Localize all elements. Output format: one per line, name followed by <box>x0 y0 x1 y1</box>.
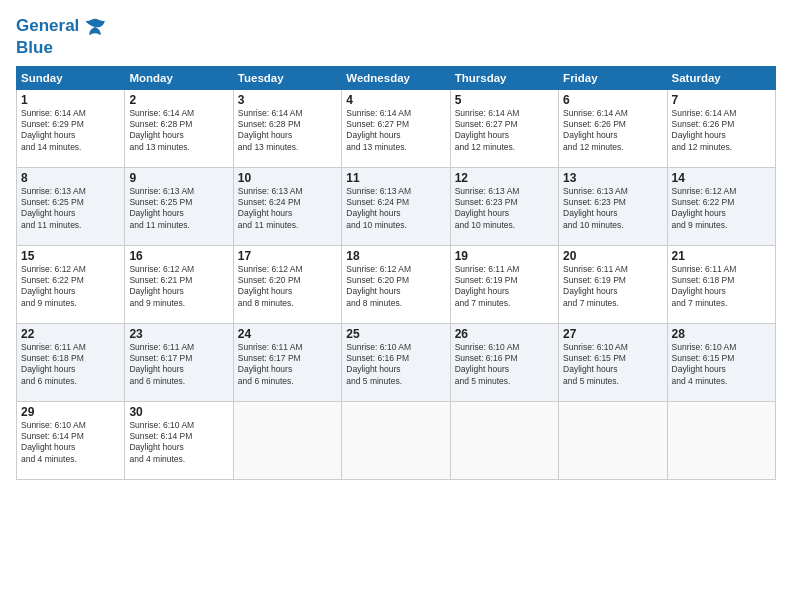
calendar-cell: 15Sunrise: 6:12 AMSunset: 6:22 PMDayligh… <box>17 245 125 323</box>
day-number: 8 <box>21 171 120 185</box>
calendar-cell: 20Sunrise: 6:11 AMSunset: 6:19 PMDayligh… <box>559 245 667 323</box>
day-number: 14 <box>672 171 771 185</box>
calendar-cell: 12Sunrise: 6:13 AMSunset: 6:23 PMDayligh… <box>450 167 558 245</box>
day-detail: Sunrise: 6:10 AMSunset: 6:16 PMDaylight … <box>346 342 445 388</box>
day-number: 9 <box>129 171 228 185</box>
day-detail: Sunrise: 6:11 AMSunset: 6:18 PMDaylight … <box>21 342 120 388</box>
day-detail: Sunrise: 6:12 AMSunset: 6:21 PMDaylight … <box>129 264 228 310</box>
day-detail: Sunrise: 6:10 AMSunset: 6:14 PMDaylight … <box>129 420 228 466</box>
day-number: 24 <box>238 327 337 341</box>
calendar-cell: 4Sunrise: 6:14 AMSunset: 6:27 PMDaylight… <box>342 89 450 167</box>
day-number: 5 <box>455 93 554 107</box>
logo-line2: Blue <box>16 38 106 58</box>
day-detail: Sunrise: 6:13 AMSunset: 6:24 PMDaylight … <box>346 186 445 232</box>
day-detail: Sunrise: 6:13 AMSunset: 6:25 PMDaylight … <box>129 186 228 232</box>
calendar-cell <box>233 401 341 479</box>
calendar-week-5: 29Sunrise: 6:10 AMSunset: 6:14 PMDayligh… <box>17 401 776 479</box>
day-detail: Sunrise: 6:10 AMSunset: 6:14 PMDaylight … <box>21 420 120 466</box>
day-detail: Sunrise: 6:12 AMSunset: 6:22 PMDaylight … <box>672 186 771 232</box>
day-number: 25 <box>346 327 445 341</box>
calendar-cell: 26Sunrise: 6:10 AMSunset: 6:16 PMDayligh… <box>450 323 558 401</box>
logo-line1: General <box>16 16 106 38</box>
day-number: 20 <box>563 249 662 263</box>
calendar-cell: 27Sunrise: 6:10 AMSunset: 6:15 PMDayligh… <box>559 323 667 401</box>
day-detail: Sunrise: 6:11 AMSunset: 6:17 PMDaylight … <box>129 342 228 388</box>
calendar-cell: 23Sunrise: 6:11 AMSunset: 6:17 PMDayligh… <box>125 323 233 401</box>
day-number: 16 <box>129 249 228 263</box>
calendar-cell: 2Sunrise: 6:14 AMSunset: 6:28 PMDaylight… <box>125 89 233 167</box>
calendar-cell <box>559 401 667 479</box>
day-detail: Sunrise: 6:11 AMSunset: 6:19 PMDaylight … <box>563 264 662 310</box>
calendar-cell <box>667 401 775 479</box>
day-number: 22 <box>21 327 120 341</box>
calendar-cell: 22Sunrise: 6:11 AMSunset: 6:18 PMDayligh… <box>17 323 125 401</box>
calendar-cell: 5Sunrise: 6:14 AMSunset: 6:27 PMDaylight… <box>450 89 558 167</box>
calendar-cell: 21Sunrise: 6:11 AMSunset: 6:18 PMDayligh… <box>667 245 775 323</box>
calendar-cell: 14Sunrise: 6:12 AMSunset: 6:22 PMDayligh… <box>667 167 775 245</box>
day-number: 26 <box>455 327 554 341</box>
calendar-cell: 1Sunrise: 6:14 AMSunset: 6:29 PMDaylight… <box>17 89 125 167</box>
day-number: 6 <box>563 93 662 107</box>
calendar-week-3: 15Sunrise: 6:12 AMSunset: 6:22 PMDayligh… <box>17 245 776 323</box>
day-number: 30 <box>129 405 228 419</box>
calendar-cell <box>342 401 450 479</box>
page-header: General Blue <box>16 16 776 58</box>
day-number: 12 <box>455 171 554 185</box>
calendar-cell: 8Sunrise: 6:13 AMSunset: 6:25 PMDaylight… <box>17 167 125 245</box>
calendar-cell: 9Sunrise: 6:13 AMSunset: 6:25 PMDaylight… <box>125 167 233 245</box>
day-detail: Sunrise: 6:14 AMSunset: 6:27 PMDaylight … <box>346 108 445 154</box>
logo: General Blue <box>16 16 106 58</box>
day-detail: Sunrise: 6:14 AMSunset: 6:26 PMDaylight … <box>563 108 662 154</box>
calendar-cell: 13Sunrise: 6:13 AMSunset: 6:23 PMDayligh… <box>559 167 667 245</box>
day-number: 2 <box>129 93 228 107</box>
calendar-cell: 25Sunrise: 6:10 AMSunset: 6:16 PMDayligh… <box>342 323 450 401</box>
calendar-cell <box>450 401 558 479</box>
calendar-cell: 7Sunrise: 6:14 AMSunset: 6:26 PMDaylight… <box>667 89 775 167</box>
day-detail: Sunrise: 6:14 AMSunset: 6:26 PMDaylight … <box>672 108 771 154</box>
day-header-saturday: Saturday <box>667 66 775 89</box>
day-detail: Sunrise: 6:12 AMSunset: 6:20 PMDaylight … <box>238 264 337 310</box>
day-detail: Sunrise: 6:14 AMSunset: 6:28 PMDaylight … <box>238 108 337 154</box>
day-detail: Sunrise: 6:14 AMSunset: 6:29 PMDaylight … <box>21 108 120 154</box>
day-number: 11 <box>346 171 445 185</box>
day-number: 29 <box>21 405 120 419</box>
calendar-week-1: 1Sunrise: 6:14 AMSunset: 6:29 PMDaylight… <box>17 89 776 167</box>
calendar-cell: 29Sunrise: 6:10 AMSunset: 6:14 PMDayligh… <box>17 401 125 479</box>
day-detail: Sunrise: 6:11 AMSunset: 6:18 PMDaylight … <box>672 264 771 310</box>
calendar-cell: 17Sunrise: 6:12 AMSunset: 6:20 PMDayligh… <box>233 245 341 323</box>
day-number: 28 <box>672 327 771 341</box>
day-number: 15 <box>21 249 120 263</box>
day-detail: Sunrise: 6:12 AMSunset: 6:22 PMDaylight … <box>21 264 120 310</box>
day-number: 21 <box>672 249 771 263</box>
day-detail: Sunrise: 6:13 AMSunset: 6:25 PMDaylight … <box>21 186 120 232</box>
day-number: 23 <box>129 327 228 341</box>
calendar-cell: 18Sunrise: 6:12 AMSunset: 6:20 PMDayligh… <box>342 245 450 323</box>
calendar-cell: 19Sunrise: 6:11 AMSunset: 6:19 PMDayligh… <box>450 245 558 323</box>
day-header-sunday: Sunday <box>17 66 125 89</box>
day-detail: Sunrise: 6:13 AMSunset: 6:23 PMDaylight … <box>563 186 662 232</box>
day-detail: Sunrise: 6:10 AMSunset: 6:15 PMDaylight … <box>672 342 771 388</box>
calendar-cell: 6Sunrise: 6:14 AMSunset: 6:26 PMDaylight… <box>559 89 667 167</box>
calendar-cell: 30Sunrise: 6:10 AMSunset: 6:14 PMDayligh… <box>125 401 233 479</box>
day-number: 27 <box>563 327 662 341</box>
day-detail: Sunrise: 6:14 AMSunset: 6:28 PMDaylight … <box>129 108 228 154</box>
calendar-header-row: SundayMondayTuesdayWednesdayThursdayFrid… <box>17 66 776 89</box>
day-number: 19 <box>455 249 554 263</box>
calendar-cell: 24Sunrise: 6:11 AMSunset: 6:17 PMDayligh… <box>233 323 341 401</box>
calendar-week-2: 8Sunrise: 6:13 AMSunset: 6:25 PMDaylight… <box>17 167 776 245</box>
calendar-cell: 11Sunrise: 6:13 AMSunset: 6:24 PMDayligh… <box>342 167 450 245</box>
day-number: 13 <box>563 171 662 185</box>
calendar-cell: 10Sunrise: 6:13 AMSunset: 6:24 PMDayligh… <box>233 167 341 245</box>
day-header-friday: Friday <box>559 66 667 89</box>
day-detail: Sunrise: 6:10 AMSunset: 6:15 PMDaylight … <box>563 342 662 388</box>
day-detail: Sunrise: 6:11 AMSunset: 6:17 PMDaylight … <box>238 342 337 388</box>
day-header-thursday: Thursday <box>450 66 558 89</box>
day-number: 1 <box>21 93 120 107</box>
day-number: 4 <box>346 93 445 107</box>
day-header-wednesday: Wednesday <box>342 66 450 89</box>
day-detail: Sunrise: 6:14 AMSunset: 6:27 PMDaylight … <box>455 108 554 154</box>
calendar-table: SundayMondayTuesdayWednesdayThursdayFrid… <box>16 66 776 480</box>
day-header-monday: Monday <box>125 66 233 89</box>
day-detail: Sunrise: 6:12 AMSunset: 6:20 PMDaylight … <box>346 264 445 310</box>
day-number: 3 <box>238 93 337 107</box>
